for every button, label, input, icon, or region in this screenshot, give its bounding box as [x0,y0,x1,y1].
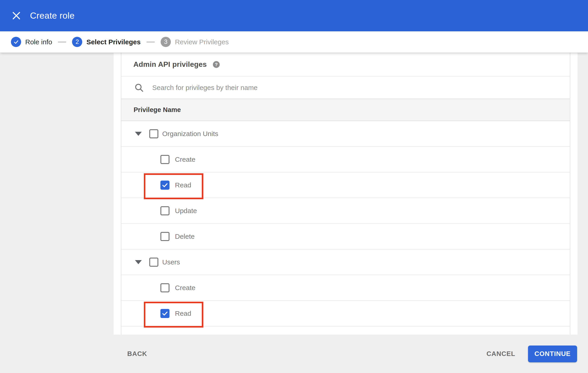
create-role-dialog: Create role Role info 2 Select Privilege… [0,0,588,373]
search-bar [121,76,570,99]
stepper: Role info 2 Select Privileges 3 Review P… [0,31,588,53]
step-role-info[interactable]: Role info [11,37,52,47]
close-icon-glyph [11,11,21,21]
step-number: 2 [75,38,79,45]
privilege-label: Organization Units [162,130,218,138]
check-icon [162,310,168,317]
step-label: Role info [25,38,52,46]
back-button[interactable]: BACK [127,350,147,358]
close-icon[interactable] [11,10,22,21]
footer-bar: BACK CANCEL CONTINUE [0,335,588,373]
privilege-row-delete[interactable]: Delete [121,224,570,249]
step-label: Select Privileges [86,38,140,46]
privilege-checkbox[interactable] [160,232,169,241]
privilege-list: Organization Units Create Read Update De… [121,121,570,326]
annotation-highlight-box [144,302,203,328]
help-glyph: ? [215,62,218,67]
dialog-header: Create role [0,0,588,31]
step-number: 3 [164,38,168,45]
privilege-row-read[interactable]: Read [121,172,570,198]
privilege-row-read[interactable]: Read [121,301,570,326]
check-icon [162,182,168,188]
step-number-circle: 2 [72,37,82,47]
privilege-checkbox[interactable] [160,309,169,318]
privilege-row-create[interactable]: Create [121,147,570,172]
step-complete-circle [11,37,21,47]
step-number-circle: 3 [161,37,171,47]
table-column-header: Privilege Name [121,99,570,121]
privilege-checkbox[interactable] [160,283,169,292]
privilege-label: Delete [175,233,195,240]
cancel-button[interactable]: CANCEL [486,350,515,358]
privilege-label: Create [175,155,195,163]
privilege-label: Read [175,310,191,317]
privilege-row-organization-units[interactable]: Organization Units [121,121,570,147]
privilege-label: Users [162,258,180,266]
continue-button[interactable]: CONTINUE [528,345,577,362]
step-connector [147,41,155,42]
search-input[interactable] [152,84,570,92]
privilege-checkbox[interactable] [160,181,169,190]
annotation-highlight-box [144,173,203,199]
privilege-checkbox[interactable] [160,206,169,215]
step-review-privileges[interactable]: 3 Review Privileges [161,37,229,47]
privilege-checkbox[interactable] [160,155,169,164]
collapse-arrow-icon[interactable] [135,260,142,264]
privilege-label: Update [175,207,197,215]
step-select-privileges[interactable]: 2 Select Privileges [72,37,140,47]
collapse-arrow-icon[interactable] [135,132,142,136]
partial-row [121,326,570,335]
privilege-row-users[interactable]: Users [121,249,570,275]
privilege-label: Read [175,181,191,189]
help-icon[interactable]: ? [213,61,220,68]
page-title: Create role [30,11,74,21]
column-header-label: Privilege Name [134,106,181,114]
card-header: Admin API privileges ? [121,53,570,76]
privilege-checkbox[interactable] [149,258,158,267]
step-connector [58,41,66,42]
privilege-label: Create [175,284,195,292]
content-area: Admin API privileges ? Privil [0,53,588,335]
check-icon [13,39,19,45]
scroll-viewport[interactable]: Admin API privileges ? Privil [114,53,578,335]
step-label: Review Privileges [175,38,229,46]
privilege-checkbox[interactable] [149,129,158,138]
section-title: Admin API privileges [133,60,207,69]
search-icon [134,83,144,93]
privileges-card: Admin API privileges ? Privil [121,53,570,335]
privilege-row-create[interactable]: Create [121,275,570,301]
privilege-row-update[interactable]: Update [121,198,570,224]
